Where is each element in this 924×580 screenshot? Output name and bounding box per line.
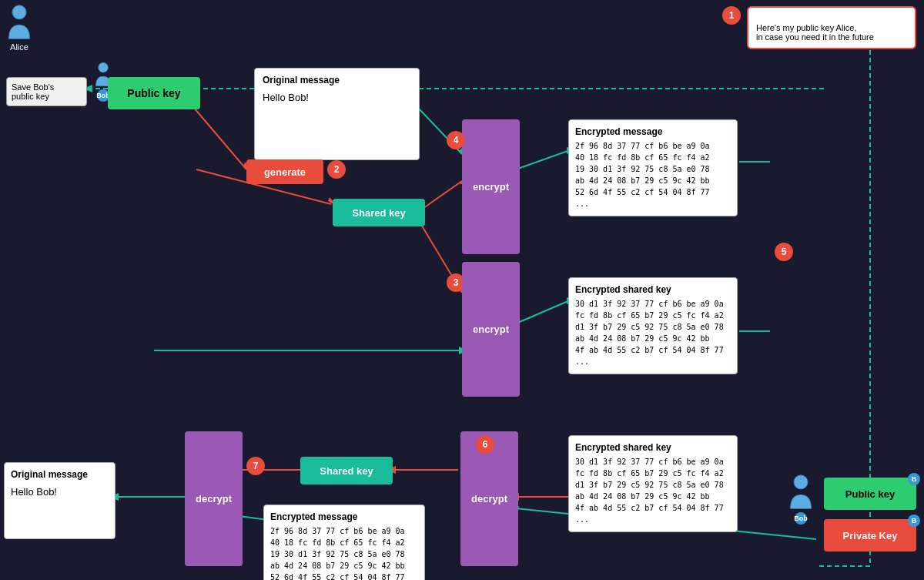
step-5: 5 <box>775 243 793 261</box>
decrypt-top-label: decrypt <box>196 493 232 505</box>
private-key-right: Private Key B <box>824 519 916 552</box>
encrypt-bottom: encrypt <box>462 262 520 397</box>
original-message-top-content: Hello Bob! <box>263 92 411 103</box>
encrypted-message-bottom-title: Encrypted message <box>270 511 418 522</box>
alice-person: Alice <box>4 4 35 52</box>
encrypted-shared-key-bottom-title: Encrypted shared key <box>575 442 731 453</box>
svg-line-13 <box>516 150 570 169</box>
public-key-right: Public key B <box>824 478 916 510</box>
svg-line-15 <box>516 300 570 324</box>
alice-icon <box>4 4 35 42</box>
encrypted-shared-key-bottom: Encrypted shared key 30 d1 3f 92 37 77 c… <box>568 435 738 532</box>
step-2: 2 <box>327 160 346 179</box>
original-message-bottom-title: Original message <box>11 469 109 480</box>
original-message-top: Original message Hello Bob! <box>254 68 420 160</box>
private-key-right-badge: B <box>908 515 920 527</box>
original-message-top-title: Original message <box>263 75 411 85</box>
encrypted-message-top-title: Encrypted message <box>575 126 731 137</box>
encrypted-shared-key-top-title: Encrypted shared key <box>575 284 731 295</box>
original-message-bottom: Original message Hello Bob! <box>4 462 116 539</box>
encrypted-shared-key-bottom-content: 30 d1 3f 92 37 77 cf b6 be a9 0a fc fd 8… <box>575 456 731 525</box>
save-bob-key-box: Save Bob's public key <box>6 77 87 106</box>
step-6: 6 <box>476 435 494 454</box>
encrypt-bottom-label: encrypt <box>473 324 509 335</box>
encrypted-message-top: Encrypted message 2f 96 8d 37 77 cf b6 b… <box>568 119 738 216</box>
speech-bubble: Here's my public key Alice, in case you … <box>747 6 916 49</box>
public-key-right-badge: B <box>908 473 920 485</box>
svg-point-35 <box>12 5 26 19</box>
public-key-top-label: Public key <box>127 87 180 99</box>
decrypt-top: decrypt <box>185 431 243 566</box>
private-key-right-label: Private Key <box>843 530 898 541</box>
decrypt-bottom-label: decrypt <box>471 493 507 505</box>
encrypt-top-label: encrypt <box>473 181 509 193</box>
bob-bottom-person: Bob <box>785 474 816 525</box>
step-1: 1 <box>722 6 741 25</box>
encrypted-shared-key-top: Encrypted shared key 30 d1 3f 92 37 77 c… <box>568 277 738 374</box>
encrypted-shared-key-top-content: 30 d1 3f 92 37 77 cf b6 be a9 0a fc fd 8… <box>575 298 731 367</box>
shared-key-bottom-label: Shared key <box>320 465 373 477</box>
generate-label: generate <box>264 166 306 178</box>
diagram: Alice Bob Save Bob's public key Public k… <box>0 0 924 580</box>
public-key-right-label: Public key <box>845 488 895 500</box>
shared-key-top-label: Shared key <box>352 207 405 219</box>
save-bob-key-label: Save Bob's public key <box>12 82 54 101</box>
shared-key-bottom: Shared key <box>300 457 393 484</box>
step-4: 4 <box>447 131 465 149</box>
encrypted-message-top-content: 2f 96 8d 37 77 cf b6 be a9 0a 40 18 fc f… <box>575 140 731 210</box>
original-message-bottom-content: Hello Bob! <box>11 486 109 498</box>
alice-label: Alice <box>10 42 28 52</box>
public-key-top: Public key <box>108 77 200 109</box>
shared-key-top: Shared key <box>333 199 425 226</box>
encrypt-top: encrypt <box>462 119 520 254</box>
bob-bottom-icon <box>785 474 816 512</box>
encrypted-message-bottom-content: 2f 96 8d 37 77 cf b6 be a9 0a 40 18 fc f… <box>270 525 418 580</box>
speech-bubble-text: Here's my public key Alice, in case you … <box>756 23 874 42</box>
generate-button[interactable]: generate <box>246 159 323 184</box>
svg-point-37 <box>794 475 808 489</box>
encrypted-message-bottom: Encrypted message 2f 96 8d 37 77 cf b6 b… <box>263 505 425 580</box>
bob-bottom-badge: Bob <box>795 512 807 525</box>
svg-point-36 <box>99 62 109 72</box>
step-7: 7 <box>246 457 265 475</box>
